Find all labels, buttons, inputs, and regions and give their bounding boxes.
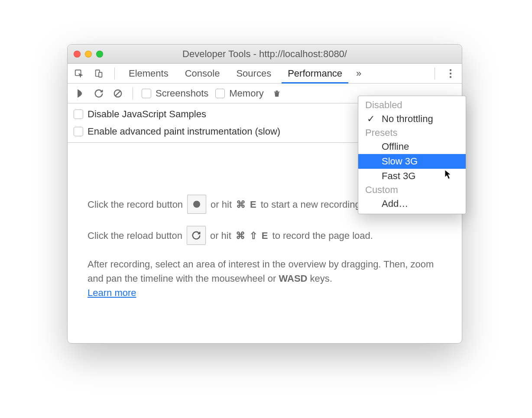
- kbd-e: E: [250, 197, 256, 212]
- hint-bold: WASD: [279, 273, 307, 284]
- enable-paint-checkbox[interactable]: Enable advanced paint instrumentation (s…: [74, 126, 280, 137]
- dropdown-item-label: Add…: [382, 198, 408, 209]
- close-icon[interactable]: [74, 51, 81, 58]
- checkbox-label: Screenshots: [156, 88, 208, 99]
- kbd-cmd: ⌘: [236, 197, 246, 212]
- hint-paragraph: After recording, select an area of inter…: [88, 257, 442, 300]
- memory-checkbox[interactable]: Memory: [215, 88, 263, 99]
- check-icon: ✓: [367, 113, 375, 125]
- instruction-text: to start a new recording.: [261, 197, 363, 212]
- instruction-text: Click the record button: [88, 197, 183, 212]
- disable-js-checkbox[interactable]: Disable JavaScript Samples: [74, 109, 206, 120]
- checkbox-label: Memory: [229, 88, 263, 99]
- dropdown-item-add[interactable]: Add…: [358, 196, 466, 211]
- dropdown-section-custom: Custom: [358, 183, 466, 196]
- tab-label: Performance: [288, 68, 342, 79]
- kbd-shift: ⇧: [250, 228, 257, 243]
- dropdown-section-disabled: Disabled: [358, 99, 466, 112]
- hint-text: After recording, select an area of inter…: [88, 259, 434, 284]
- dropdown-item-label: Offline: [382, 141, 409, 152]
- dropdown-item-fast-3g[interactable]: Fast 3G: [358, 169, 466, 183]
- dropdown-section-presets: Presets: [358, 126, 466, 139]
- checkbox-icon: [74, 109, 83, 119]
- device-toggle-icon[interactable]: [93, 68, 105, 80]
- instruction-text: to record the page load.: [272, 228, 373, 243]
- dropdown-item-offline[interactable]: Offline: [358, 139, 466, 154]
- divider: [435, 68, 435, 80]
- checkbox-label: Enable advanced paint instrumentation (s…: [88, 126, 280, 137]
- kbd-e: E: [262, 228, 268, 243]
- trash-icon[interactable]: [271, 87, 283, 100]
- reload-button[interactable]: [187, 226, 206, 245]
- svg-point-3: [450, 69, 451, 71]
- instruction-text: Click the reload button: [88, 228, 182, 243]
- record-button[interactable]: [187, 195, 206, 214]
- dropdown-item-label: No throttling: [382, 113, 433, 124]
- hint-text: keys.: [307, 273, 332, 284]
- network-throttle-dropdown: Disabled ✓ No throttling Presets Offline…: [358, 96, 466, 214]
- more-icon[interactable]: [444, 68, 457, 80]
- dropdown-item-slow-3g[interactable]: Slow 3G: [358, 154, 466, 169]
- divider: [114, 68, 115, 80]
- reload-instruction: Click the reload button or hit ⌘ ⇧ E to …: [88, 226, 442, 245]
- svg-point-4: [450, 72, 451, 74]
- checkbox-icon: [74, 127, 83, 136]
- overflow-label: »: [356, 68, 361, 79]
- instruction-text: or hit: [210, 228, 231, 243]
- tab-label: Elements: [129, 68, 169, 79]
- learn-more-link[interactable]: Learn more: [88, 287, 136, 298]
- screenshots-checkbox[interactable]: Screenshots: [142, 88, 208, 99]
- checkbox-icon: [142, 89, 151, 98]
- tab-elements[interactable]: Elements: [124, 64, 173, 83]
- tab-label: Sources: [236, 68, 271, 79]
- instruction-text: or hit: [211, 197, 232, 212]
- checkbox-icon: [215, 89, 225, 98]
- inspect-icon[interactable]: [73, 68, 85, 80]
- window-title: Developer Tools - http://localhost:8080/: [68, 48, 462, 60]
- tab-label: Console: [185, 68, 220, 79]
- dropdown-item-label: Fast 3G: [382, 170, 415, 181]
- no-entry-icon[interactable]: [112, 87, 124, 100]
- kbd-cmd: ⌘: [236, 228, 245, 243]
- svg-rect-2: [99, 72, 102, 77]
- dropdown-item-label: Slow 3G: [382, 156, 418, 167]
- tab-bar: Elements Console Sources Performance »: [68, 64, 462, 84]
- divider: [133, 87, 133, 100]
- traffic-lights: [74, 51, 103, 58]
- svg-point-5: [450, 76, 451, 77]
- dropdown-item-no-throttling[interactable]: ✓ No throttling: [358, 112, 466, 126]
- record-icon[interactable]: [74, 87, 86, 100]
- tabs-overflow[interactable]: »: [354, 64, 363, 83]
- maximize-icon[interactable]: [96, 51, 103, 58]
- svg-line-7: [115, 90, 121, 96]
- tab-console[interactable]: Console: [181, 64, 224, 83]
- tab-performance[interactable]: Performance: [283, 64, 347, 83]
- reload-icon[interactable]: [93, 87, 105, 100]
- devtools-window: Developer Tools - http://localhost:8080/…: [67, 44, 462, 344]
- checkbox-label: Disable JavaScript Samples: [88, 109, 206, 120]
- tab-sources[interactable]: Sources: [232, 64, 276, 83]
- record-dot-icon: [193, 201, 200, 208]
- titlebar: Developer Tools - http://localhost:8080/: [68, 45, 462, 64]
- minimize-icon[interactable]: [85, 51, 92, 58]
